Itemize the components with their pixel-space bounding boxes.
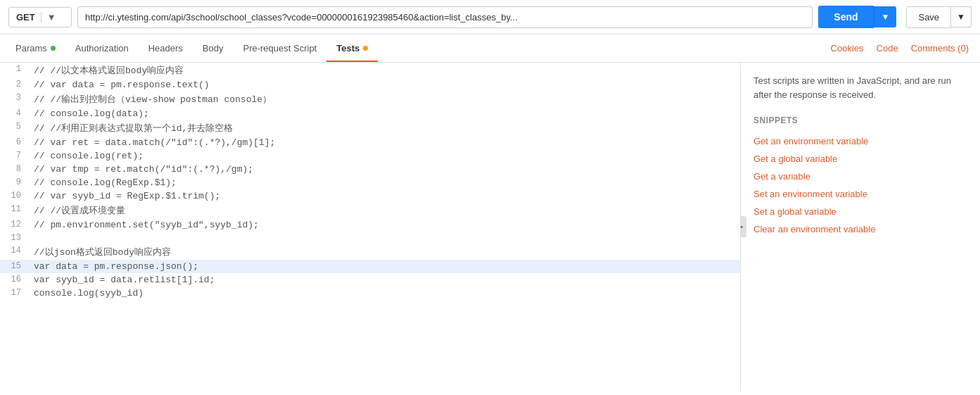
line-content[interactable]: // console.log(ret); — [28, 149, 740, 163]
editor-area[interactable]: 1// //以文本格式返回body响应内容2// var data = pm.r… — [0, 63, 741, 390]
tab-headers-label: Headers — [148, 43, 183, 54]
line-number: 12 — [0, 218, 28, 232]
save-button[interactable]: Save — [906, 6, 951, 28]
line-number: 6 — [0, 136, 28, 149]
method-label: GET — [16, 12, 35, 23]
line-number: 9 — [0, 176, 28, 189]
line-content[interactable]: // console.log(data); — [28, 107, 740, 120]
code-row: 5// //利用正则表达式提取第一个id,并去除空格 — [0, 120, 740, 136]
line-number: 10 — [0, 189, 28, 203]
code-row: 8// var tmp = ret.match(/"id":(.*?),/gm)… — [0, 163, 740, 176]
tabs-bar: Params Authorization Headers Body Pre-re… — [0, 35, 980, 63]
tab-code[interactable]: Code — [871, 35, 904, 62]
save-dropdown-button[interactable]: ▼ — [951, 6, 972, 27]
line-number: 7 — [0, 149, 28, 163]
tab-params-label: Params — [15, 43, 47, 54]
line-content[interactable]: // var syyb_id = RegExp.$1.trim(); — [28, 189, 740, 203]
line-content[interactable]: // //设置成环境变量 — [28, 203, 740, 218]
code-row: 9// console.log(RegExp.$1); — [0, 176, 740, 189]
snippet-item[interactable]: Clear an environment variable — [753, 220, 967, 238]
code-row: 11// //设置成环境变量 — [0, 203, 740, 218]
snippets-list: Get an environment variableGet a global … — [753, 132, 967, 238]
tab-body[interactable]: Body — [193, 35, 234, 62]
line-number: 17 — [0, 287, 28, 300]
line-content[interactable]: // //以文本格式返回body响应内容 — [28, 63, 740, 78]
code-row: 15var data = pm.response.json(); — [0, 260, 740, 273]
method-select[interactable]: GET ▼ — [8, 7, 72, 27]
method-chevron: ▼ — [41, 12, 56, 23]
line-number: 16 — [0, 273, 28, 287]
tests-dot — [363, 46, 368, 51]
line-number: 5 — [0, 120, 28, 136]
line-content[interactable] — [28, 232, 740, 244]
send-btn-group: Send ▼ — [818, 6, 896, 28]
line-content[interactable]: console.log(syyb_id) — [28, 287, 740, 300]
tab-cookies[interactable]: Cookies — [825, 35, 870, 62]
tab-authorization[interactable]: Authorization — [65, 35, 139, 62]
code-lines: 1// //以文本格式返回body响应内容2// var data = pm.r… — [0, 63, 740, 300]
snippet-item[interactable]: Get a variable — [753, 168, 967, 185]
line-number: 1 — [0, 63, 28, 78]
line-number: 13 — [0, 232, 28, 244]
line-content[interactable]: // console.log(RegExp.$1); — [28, 176, 740, 189]
code-row: 16var syyb_id = data.retlist[1].id; — [0, 273, 740, 287]
snippets-title: SNIPPETS — [753, 115, 967, 125]
tab-comments[interactable]: Comments (0) — [905, 35, 974, 62]
line-content[interactable]: // var tmp = ret.match(/"id":(.*?),/gm); — [28, 163, 740, 176]
save-btn-group: Save ▼ — [906, 6, 972, 28]
line-content[interactable]: var syyb_id = data.retlist[1].id; — [28, 273, 740, 287]
code-row: 1// //以文本格式返回body响应内容 — [0, 63, 740, 78]
code-row: 12// pm.environment.set("syyb_id",syyb_i… — [0, 218, 740, 232]
line-content[interactable]: // //利用正则表达式提取第一个id,并去除空格 — [28, 120, 740, 136]
code-row: 4// console.log(data); — [0, 107, 740, 120]
line-content[interactable]: //以json格式返回body响应内容 — [28, 244, 740, 260]
code-row: 3// //输出到控制台（view-show postman console） — [0, 92, 740, 107]
url-input[interactable] — [77, 6, 813, 28]
line-number: 11 — [0, 203, 28, 218]
tab-headers[interactable]: Headers — [139, 35, 193, 62]
main-content: 1// //以文本格式返回body响应内容2// var data = pm.r… — [0, 63, 980, 390]
send-dropdown-button[interactable]: ▼ — [874, 6, 897, 27]
code-row: 10// var syyb_id = RegExp.$1.trim(); — [0, 189, 740, 203]
send-button[interactable]: Send — [818, 6, 873, 28]
snippet-item[interactable]: Set a global variable — [753, 203, 967, 220]
line-number: 15 — [0, 260, 28, 273]
top-bar: GET ▼ Send ▼ Save ▼ — [0, 0, 980, 35]
line-content[interactable]: // pm.environment.set("syyb_id",syyb_id)… — [28, 218, 740, 232]
code-row: 14//以json格式返回body响应内容 — [0, 244, 740, 260]
snippet-item[interactable]: Get an environment variable — [753, 132, 967, 150]
line-content[interactable]: var data = pm.response.json(); — [28, 260, 740, 273]
code-row: 13 — [0, 232, 740, 244]
collapse-handle[interactable]: ▶ — [741, 216, 746, 237]
line-number: 14 — [0, 244, 28, 260]
sidebar-description: Test scripts are written in JavaScript, … — [753, 74, 967, 101]
line-number: 4 — [0, 107, 28, 120]
tab-tests-label: Tests — [336, 43, 359, 54]
line-number: 3 — [0, 92, 28, 107]
params-dot — [51, 46, 56, 51]
line-number: 2 — [0, 78, 28, 92]
code-row: 6// var ret = data.match(/"id":(.*?),/gm… — [0, 136, 740, 149]
line-number: 8 — [0, 163, 28, 176]
code-row: 7// console.log(ret); — [0, 149, 740, 163]
sidebar: ▶ Test scripts are written in JavaScript… — [741, 63, 980, 390]
tab-tests[interactable]: Tests — [326, 35, 378, 62]
right-tabs: Cookies Code Comments (0) — [825, 35, 974, 62]
tab-authorization-label: Authorization — [75, 43, 129, 54]
tab-params[interactable]: Params — [6, 35, 65, 62]
line-content[interactable]: // var ret = data.match(/"id":(.*?),/gm)… — [28, 136, 740, 149]
snippet-item[interactable]: Set an environment variable — [753, 185, 967, 203]
code-row: 17console.log(syyb_id) — [0, 287, 740, 300]
tab-pre-request-script[interactable]: Pre-request Script — [233, 35, 326, 62]
snippet-item[interactable]: Get a global variable — [753, 150, 967, 168]
line-content[interactable]: // var data = pm.response.text() — [28, 78, 740, 92]
code-row: 2// var data = pm.response.text() — [0, 78, 740, 92]
tab-body-label: Body — [203, 43, 224, 54]
line-content[interactable]: // //输出到控制台（view-show postman console） — [28, 92, 740, 107]
tab-pre-request-label: Pre-request Script — [243, 43, 317, 54]
